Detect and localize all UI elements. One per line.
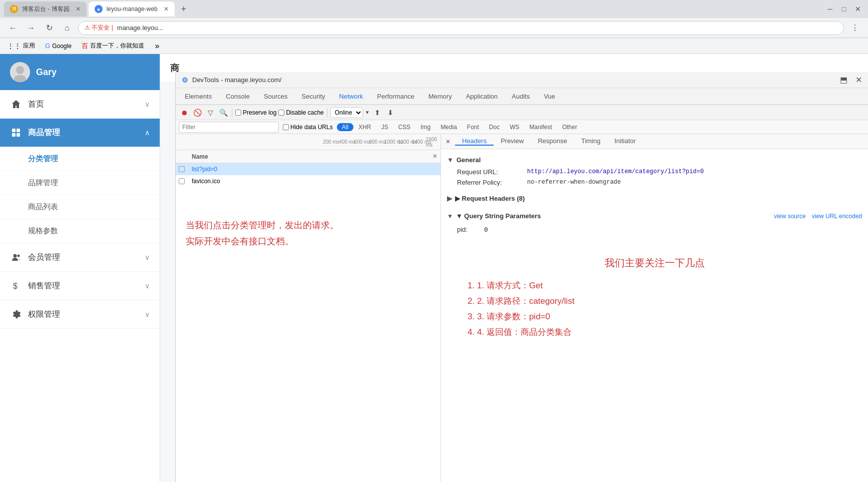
devtools-close-icon[interactable]: ✕ — [855, 75, 862, 85]
tab1-close[interactable]: ✕ — [76, 6, 81, 13]
timeline-mark-1600: 1600 ms — [426, 137, 439, 148]
request-headers-section[interactable]: ▶ ▶ Request Headers (8) — [447, 192, 862, 205]
sidebar-sub-spec[interactable]: 规格参数 — [0, 219, 160, 243]
sidebar-item-home[interactable]: 首页 ∨ — [0, 90, 160, 119]
filter-pill-js[interactable]: JS — [376, 123, 393, 131]
network-condition-select[interactable]: Online — [330, 107, 363, 118]
query-string-header[interactable]: ▼ ▼ Query String Parameters view source … — [447, 209, 862, 223]
sidebar-item-permission[interactable]: 权限管理 ∨ — [0, 300, 160, 329]
search-icon[interactable]: 🔍 — [218, 107, 229, 118]
filter-pill-all[interactable]: All — [337, 123, 353, 131]
home-button[interactable]: ⌂ — [60, 21, 74, 35]
sidebar-sub-brand[interactable]: 品牌管理 — [0, 171, 160, 195]
address-bar[interactable]: ⚠ 不安全 | manage.leyou... — [78, 21, 844, 35]
filter-pill-img[interactable]: Img — [415, 123, 436, 131]
new-tab-button[interactable]: + — [177, 2, 191, 16]
request-list-annotation: 当我们点击分类管理时，发出的请求。 实际开发中会有接口文档。 — [176, 187, 441, 260]
detail-tab-timing[interactable]: Timing — [574, 137, 608, 146]
filter-pill-doc[interactable]: Doc — [484, 123, 505, 131]
product-arrow: ∧ — [145, 129, 150, 137]
devtools-tab-vue[interactable]: Vue — [537, 88, 562, 105]
query-params: pid: 0 — [447, 223, 862, 236]
import-button[interactable]: ⬆ — [372, 107, 383, 118]
home-arrow: ∨ — [145, 100, 150, 108]
request-1-checkbox — [179, 166, 185, 172]
devtools-tab-sources[interactable]: Sources — [257, 88, 295, 105]
detail-panel: ✕ Headers Preview Response Timing Initia… — [441, 134, 868, 482]
filter-pill-css[interactable]: CSS — [393, 123, 415, 131]
request-row-2[interactable]: favicon.ico — [176, 175, 441, 187]
referrer-policy-row: Referrer Policy: no-referrer-when-downgr… — [447, 177, 862, 188]
filter-pill-media[interactable]: Media — [436, 123, 462, 131]
devtools-panel: ⚙ DevTools - manage.leyou.com/ ⬒ ✕ Eleme… — [175, 72, 868, 482]
google-bookmark[interactable]: G Google — [42, 41, 75, 51]
menu-button[interactable]: ⋮ — [848, 21, 862, 35]
more-bookmarks[interactable]: » — [151, 40, 163, 52]
general-label: General — [457, 156, 481, 164]
detail-panel-close[interactable]: ✕ — [441, 138, 455, 145]
tab-2[interactable]: ● leyou-manage-web ✕ — [89, 2, 175, 17]
general-section-header[interactable]: ▼ General — [447, 153, 862, 167]
window-minimize[interactable]: ─ — [824, 3, 836, 15]
devtools-tab-elements[interactable]: Elements — [178, 88, 219, 105]
page-area: Gary 首页 ∨ — [0, 54, 868, 482]
preserve-log-checkbox[interactable]: Preserve log — [235, 109, 276, 116]
devtools-tab-audits[interactable]: Audits — [505, 88, 537, 105]
refresh-button[interactable]: ↻ — [42, 21, 56, 35]
request-row-1[interactable]: list?pid=0 — [176, 163, 441, 175]
sidebar-sub-product-list[interactable]: 商品列表 — [0, 195, 160, 219]
product-label: 商品管理 — [28, 128, 145, 138]
filter-pill-manifest[interactable]: Manifest — [525, 123, 557, 131]
request-url-key: Request URL: — [457, 168, 527, 176]
sidebar-item-member[interactable]: 会员管理 ∨ — [0, 243, 160, 272]
filter-pill-font[interactable]: Font — [462, 123, 484, 131]
filter-icon[interactable]: ▽ — [205, 107, 216, 118]
param-pid-value: 0 — [484, 226, 488, 233]
filter-pill-xhr[interactable]: XHR — [353, 123, 376, 131]
request-headers-arrow: ▶ — [447, 195, 452, 202]
request-1-checkbox-col — [176, 166, 188, 172]
hide-data-urls-checkbox[interactable]: Hide data URLs — [283, 124, 333, 131]
devtools-title: DevTools - manage.leyou.com/ — [192, 76, 281, 84]
window-close[interactable]: ✕ — [852, 3, 864, 15]
view-url-encoded-link[interactable]: view URL encoded — [812, 213, 862, 220]
detail-tab-headers[interactable]: Headers — [455, 137, 494, 146]
sidebar-item-sales[interactable]: $ 销售管理 ∨ — [0, 272, 160, 300]
request-2-name: favicon.ico — [188, 178, 441, 185]
svg-rect-4 — [17, 129, 20, 132]
devtools-dock-icon[interactable]: ⬒ — [840, 75, 847, 85]
filter-bar: Hide data URLs All XHR JS CSS Img — [176, 120, 868, 134]
filter-input[interactable] — [179, 122, 279, 133]
detail-tab-initiator[interactable]: Initiator — [607, 137, 643, 146]
devtools-tab-performance[interactable]: Performance — [370, 88, 421, 105]
clear-button[interactable]: 🚫 — [192, 107, 203, 118]
sidebar-sub-category[interactable]: 分类管理 — [0, 147, 160, 171]
baidu-label: 百度一下，你就知道 — [90, 42, 144, 50]
forward-button[interactable]: → — [24, 21, 38, 35]
view-source-link[interactable]: view source — [774, 213, 805, 220]
devtools-tab-console[interactable]: Console — [219, 88, 257, 105]
request-1-name: list?pid=0 — [188, 166, 441, 173]
dollar-icon: $ — [10, 280, 22, 292]
record-button[interactable]: ⏺ — [179, 107, 190, 118]
devtools-tab-network[interactable]: Network — [332, 88, 370, 105]
devtools-tab-application[interactable]: Application — [459, 88, 505, 105]
back-button[interactable]: ← — [6, 21, 20, 35]
avatar — [10, 62, 30, 82]
window-maximize[interactable]: □ — [838, 3, 850, 15]
disable-cache-checkbox[interactable]: Disable cache — [278, 109, 323, 116]
filter-pill-ws[interactable]: WS — [505, 123, 524, 131]
apps-icon[interactable]: ⋮⋮ 应用 — [4, 41, 38, 51]
devtools-tab-security[interactable]: Security — [295, 88, 332, 105]
baidu-bookmark[interactable]: 百 百度一下，你就知道 — [79, 41, 147, 52]
detail-tab-preview[interactable]: Preview — [494, 137, 531, 146]
tab-1[interactable]: 博 博客后台 - 博客园 ✕ — [4, 2, 87, 17]
tab2-close[interactable]: ✕ — [164, 6, 169, 13]
svg-point-8 — [18, 255, 20, 257]
devtools-tab-memory[interactable]: Memory — [421, 88, 459, 105]
detail-tab-response[interactable]: Response — [531, 137, 574, 146]
sidebar-item-product[interactable]: 商品管理 ∧ — [0, 119, 160, 147]
export-button[interactable]: ⬇ — [385, 107, 396, 118]
filter-pill-other[interactable]: Other — [557, 123, 582, 131]
general-arrow: ▼ — [447, 156, 454, 164]
